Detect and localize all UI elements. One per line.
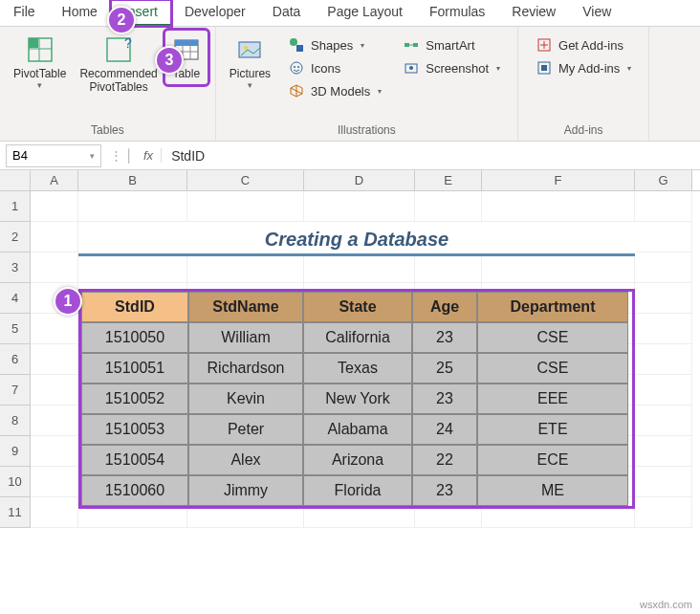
table-cell[interactable]: 23 [412,384,477,414]
table-cell[interactable]: California [303,322,412,353]
col-header-c[interactable]: C [187,170,304,190]
table-cell[interactable]: Kevin [188,384,303,414]
header-stdname[interactable]: StdName [188,292,303,322]
table-cell[interactable]: Texas [303,353,412,384]
table-cell[interactable]: 24 [412,414,477,445]
row-header[interactable]: 7 [0,375,31,406]
table-cell[interactable]: Jimmy [188,475,303,506]
table-cell[interactable]: William [188,322,303,353]
table-cell[interactable]: 1510060 [81,475,188,506]
name-box[interactable]: B4▾ [6,144,101,167]
cell[interactable] [482,252,635,283]
cell[interactable] [78,252,187,283]
screenshot-button[interactable]: Screenshot▾ [397,57,506,78]
col-header-a[interactable]: A [31,170,78,190]
tab-page-layout[interactable]: Page Layout [314,0,416,26]
smartart-button[interactable]: SmartArt [397,34,506,55]
table-cell[interactable]: New York [303,384,412,414]
tab-file[interactable]: File [0,0,49,26]
table-cell[interactable]: CSE [477,322,628,353]
cell[interactable] [31,375,78,406]
tab-developer[interactable]: Developer [171,0,259,26]
tab-review[interactable]: Review [498,0,569,26]
my-addins-button[interactable]: My Add-ins▾ [530,57,637,78]
cell[interactable] [31,436,78,467]
cell[interactable] [31,191,78,222]
cell[interactable] [187,191,304,222]
header-stdid[interactable]: StdID [81,292,188,322]
cell[interactable] [635,436,692,467]
shapes-button[interactable]: Shapes▾ [282,34,387,55]
row-header[interactable]: 1 [0,191,31,222]
fx-label[interactable]: fx [136,148,162,163]
row-header[interactable]: 5 [0,314,31,344]
cell[interactable] [635,252,692,283]
cell[interactable] [635,497,692,528]
icons-button[interactable]: Icons [282,57,387,78]
tab-formulas[interactable]: Formulas [416,0,498,26]
table-cell[interactable]: 1510050 [81,322,188,353]
data-table-selection[interactable]: StdID StdName State Age Department 15100… [78,289,635,509]
3d-models-button[interactable]: 3D Models▾ [282,80,387,101]
table-cell[interactable]: 1510054 [81,445,188,475]
recommended-pivottables-button[interactable]: ? Recommended PivotTables [74,31,163,99]
tab-data[interactable]: Data [259,0,315,26]
table-cell[interactable]: 1510052 [81,384,188,414]
col-header-g[interactable]: G [635,170,692,190]
table-cell[interactable]: CSE [477,353,628,384]
table-cell[interactable]: Alabama [303,414,412,445]
formula-input[interactable]: StdID [162,148,700,164]
cell[interactable] [635,222,692,252]
cell[interactable] [31,222,78,252]
select-all-corner[interactable] [0,170,31,190]
cell[interactable] [635,191,692,222]
table-cell[interactable]: Alex [188,445,303,475]
col-header-f[interactable]: F [482,170,635,190]
tab-home[interactable]: Home [49,0,111,26]
row-header[interactable]: 3 [0,252,31,283]
col-header-e[interactable]: E [415,170,482,190]
table-cell[interactable]: Florida [303,475,412,506]
cell[interactable] [31,467,78,497]
cell[interactable] [187,252,304,283]
cell[interactable] [482,191,635,222]
table-cell[interactable]: 23 [412,475,477,506]
row-header[interactable]: 8 [0,406,31,436]
row-header[interactable]: 11 [0,497,31,528]
get-addins-button[interactable]: Get Add-ins [530,34,637,55]
cell[interactable] [31,406,78,436]
cell[interactable] [304,252,415,283]
cell[interactable] [635,344,692,375]
table-cell[interactable]: 22 [412,445,477,475]
cell[interactable] [635,314,692,344]
cell[interactable] [31,497,78,528]
table-cell[interactable]: ETE [477,414,628,445]
row-header[interactable]: 10 [0,467,31,497]
table-cell[interactable]: ECE [477,445,628,475]
row-header[interactable]: 6 [0,344,31,375]
table-cell[interactable]: 1510053 [81,414,188,445]
table-cell[interactable]: ME [477,475,628,506]
tab-view[interactable]: View [569,0,624,26]
table-cell[interactable]: Richardson [188,353,303,384]
row-header[interactable]: 9 [0,436,31,467]
col-header-b[interactable]: B [78,170,187,190]
cell[interactable] [635,406,692,436]
col-header-d[interactable]: D [304,170,415,190]
row-header[interactable]: 2 [0,222,31,252]
table-cell[interactable]: Arizona [303,445,412,475]
cell[interactable] [304,191,415,222]
pivottable-button[interactable]: PivotTable ▾ [8,31,72,94]
header-state[interactable]: State [303,292,412,322]
cell[interactable] [415,252,482,283]
header-department[interactable]: Department [477,292,628,322]
cell[interactable] [78,191,187,222]
cell[interactable] [31,314,78,344]
cell[interactable] [31,344,78,375]
header-age[interactable]: Age [412,292,477,322]
row-header[interactable]: 4 [0,283,31,314]
table-cell[interactable]: EEE [477,384,628,414]
cell[interactable] [415,191,482,222]
table-cell[interactable]: 23 [412,322,477,353]
page-title[interactable]: Creating a Database [78,222,635,256]
